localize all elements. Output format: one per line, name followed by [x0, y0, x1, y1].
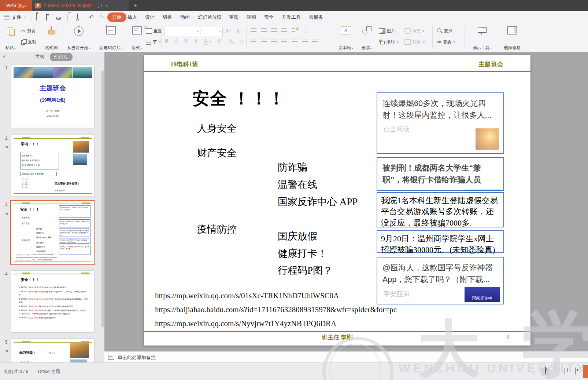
replace-button[interactable]: AB替换▾ — [437, 37, 455, 46]
format-painter-button[interactable]: 格式刷 — [42, 25, 61, 52]
slide-text[interactable]: 国庆放假 — [278, 230, 317, 243]
ribbon-tab-slideshow[interactable]: 幻灯片放映 — [198, 11, 222, 23]
selection-pane-button[interactable]: 选择窗格 — [500, 25, 524, 52]
pin-tab-icon[interactable] — [97, 4, 101, 7]
slide-thumbnail-2[interactable]: 学习！！！ 学业 困难 6人 连续 两次学业警告 2人 2次学业警告及以上 1人… — [11, 135, 94, 196]
strikethrough-button[interactable]: S — [194, 38, 197, 44]
news-card-2[interactable]: 被判刑！成都两名大学生“兼职”，将银行卡借给诈骗人员 — [377, 157, 504, 191]
font-family-select[interactable]: ▾ — [164, 27, 200, 36]
ribbon-tab-animation[interactable]: 动画 — [180, 11, 190, 23]
news-card-4[interactable]: 9月20日：温州商学院学生x网上招嫖被骗30000元。(未知悉验真) — [377, 230, 504, 253]
cut-button[interactable]: ✂剪切 — [21, 26, 36, 35]
slide-text[interactable]: 国家反诈中心 APP — [278, 195, 358, 208]
slide-link[interactable]: https://mp.weixin.qq.com/s/Nyvjrw7t1Y4yz… — [155, 319, 336, 328]
slide-text[interactable]: 健康打卡！ — [278, 247, 327, 260]
news-card-5[interactable]: @瓯海人，这款国字号反诈神器App，您下载了吗？（附下载... 平安瓯海 国家反… — [377, 257, 504, 304]
slide-thumbnail-1[interactable]: 主题班会 (19电科1班) 班主任 李刚 2021.9.28 — [11, 65, 94, 128]
slide-text[interactable]: 人身安全 — [197, 122, 237, 135]
outline-tab[interactable]: 大纲 — [35, 54, 44, 60]
ribbon-tab-insert[interactable]: 插入 — [127, 11, 137, 23]
print-button[interactable] — [67, 14, 73, 21]
reading-view-button[interactable] — [565, 368, 572, 375]
slide-text[interactable]: 行程码P图？ — [278, 264, 333, 277]
document-tab[interactable]: P 主题班会-2021.9.28.pptx × — [32, 0, 129, 11]
shapes-button[interactable]: 形状▾ — [358, 25, 376, 52]
app-home-tab[interactable]: WPS 演示 — [0, 0, 32, 11]
arrange-button[interactable]: 排列▾ — [379, 37, 398, 46]
slide-text[interactable]: 防诈骗 — [278, 161, 307, 174]
print-preview-button[interactable] — [77, 14, 84, 21]
font-color-arrow[interactable]: ▾ — [210, 40, 211, 43]
copy-button[interactable]: 复制 — [21, 37, 36, 46]
bullet-list-button[interactable] — [251, 28, 256, 32]
slide-header-left[interactable]: 19电科1班 — [170, 60, 199, 69]
close-tab-icon[interactable]: × — [105, 3, 108, 8]
ribbon-tab-home[interactable]: 开始 — [107, 11, 126, 23]
align-center-button[interactable] — [261, 40, 267, 44]
font-size-select[interactable]: ▾ — [200, 27, 222, 36]
dialog-launcher-icon[interactable]: ⌟ — [256, 45, 258, 48]
redo-button[interactable]: ↷ — [98, 14, 105, 21]
slide-text[interactable]: 温警在线 — [278, 178, 317, 191]
dropdown-arrow-icon[interactable]: ▾ — [532, 372, 540, 379]
slide-footer[interactable]: 班主任 李刚 — [144, 334, 530, 341]
paste-button[interactable]: 粘贴▾ — [2, 25, 19, 52]
ribbon-tab-cloud[interactable]: 云服务 — [309, 11, 323, 23]
reset-button[interactable]: 重置 — [146, 26, 162, 35]
layout-button[interactable]: 版式▾ — [128, 25, 146, 52]
increase-indent-button[interactable] — [281, 28, 287, 32]
notes-toggle-button[interactable] — [526, 368, 533, 375]
file-menu[interactable]: 文件 ∨ — [4, 11, 26, 23]
paragraph-border-button[interactable] — [306, 28, 312, 33]
new-tab-button[interactable]: + — [129, 0, 141, 11]
slide-canvas[interactable]: 19电科1班 主题班会 安全 ！！！ 人身安全 财产安全 疫情防控 防诈骗 温警… — [144, 55, 530, 346]
collapse-panel-button[interactable]: « — [3, 53, 6, 59]
news-card-3[interactable]: 我院1名本科生新生登陆虚假交易平台交易游戏账号多次转账，还没反应，最终被骗700… — [377, 192, 504, 227]
clear-format-button[interactable]: ◇ — [240, 38, 244, 44]
paragraph-spacing-button[interactable] — [312, 40, 318, 44]
slide-thumbnail-5[interactable]: 学习强国！ 打卡！ 公务员！ 预报名 应届生： — [11, 339, 94, 362]
slide-header-right[interactable]: 主题班会 — [478, 60, 503, 69]
presentation-tools-button[interactable]: 演示工具▾ — [468, 25, 496, 52]
ribbon-tab-design[interactable]: 设计 — [145, 11, 155, 23]
picture-button[interactable]: 图片 — [379, 26, 395, 35]
distribute-button[interactable] — [292, 40, 297, 44]
ribbon-tab-devtools[interactable]: 开发工具 — [282, 11, 301, 23]
news-card-1[interactable]: 连续爆燃60多次，现场火光四射！这段屋内监控，让很多人... 点击阅读 — [377, 92, 504, 154]
slide-link[interactable]: https://mp.weixin.qq.com/s/01sXc-TRK1NhD… — [155, 291, 339, 300]
notes-bar[interactable]: 单击此处添加备注 — [104, 351, 588, 363]
bold-button[interactable]: B — [165, 38, 168, 44]
align-right-button[interactable] — [271, 40, 277, 44]
theme-name[interactable]: Office 主题 — [38, 363, 60, 380]
increase-font-button[interactable]: A⁺ — [225, 28, 232, 34]
slide-thumbnail-3-selected[interactable]: 安全 ！！！ 人身安全 财产安全 疫情防控 防诈骗 温警在线 国家反诈中心 AP… — [11, 201, 94, 264]
decrease-font-button[interactable]: A⁻ — [236, 28, 243, 34]
numbered-list-button[interactable] — [261, 28, 267, 32]
open-file-button[interactable] — [36, 14, 42, 21]
superscript-button[interactable]: X² — [217, 38, 222, 44]
font-color-button[interactable]: A — [204, 38, 207, 45]
slide-text[interactable]: 财产安全 — [197, 146, 237, 160]
italic-button[interactable]: I — [175, 38, 177, 44]
line-spacing-button[interactable] — [302, 40, 308, 44]
dialog-launcher-icon[interactable]: ⌟ — [59, 45, 60, 48]
slide-text[interactable]: 疫情防控 — [197, 223, 237, 236]
save-button[interactable] — [46, 14, 53, 21]
export-pdf-button[interactable]: PDF — [56, 14, 63, 21]
underline-button[interactable]: U — [185, 38, 188, 44]
sidebar-scrollbar[interactable] — [101, 70, 104, 327]
new-slide-button[interactable]: 新建幻灯片▾ — [96, 25, 126, 52]
play-button-edge[interactable] — [583, 365, 588, 378]
decrease-indent-button[interactable] — [271, 28, 277, 32]
ribbon-tab-transition[interactable]: 切换 — [163, 11, 172, 23]
undo-button[interactable]: ↶ — [88, 14, 95, 21]
slideshow-view-button[interactable] — [575, 368, 582, 375]
align-left-button[interactable] — [251, 40, 256, 44]
play-from-current-button[interactable]: 从当前开始▾ — [65, 25, 92, 52]
normal-view-button[interactable] — [541, 368, 550, 376]
textbox-button[interactable]: A 文本框▾ — [336, 25, 356, 52]
ribbon-tab-security[interactable]: 安全 — [264, 11, 274, 23]
ribbon-tab-review[interactable]: 审阅 — [229, 11, 238, 23]
slide-title[interactable]: 安全 ！！！ — [192, 87, 286, 110]
slide-link[interactable]: https://baijiahao.baidu.com/s?id=1711676… — [155, 305, 397, 314]
